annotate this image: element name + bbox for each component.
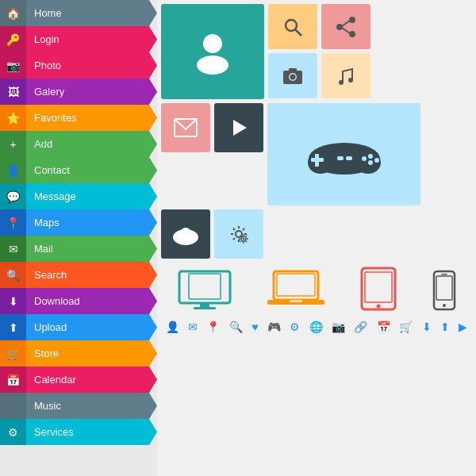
device-monitor bbox=[178, 270, 232, 311]
sidebar-icon-contact: 👤 bbox=[0, 157, 26, 183]
svg-rect-37 bbox=[194, 307, 216, 309]
sidebar-icon-services: ⚙ bbox=[0, 419, 26, 445]
svg-line-7 bbox=[342, 21, 350, 26]
bottom-icon-settings: ⚙ bbox=[290, 321, 300, 333]
tile-music[interactable] bbox=[321, 53, 370, 98]
bottom-icon-mail: ✉ bbox=[188, 321, 198, 333]
sidebar-icon-message: 💬 bbox=[0, 183, 26, 209]
tiles-grid bbox=[161, 4, 472, 259]
svg-point-44 bbox=[376, 305, 380, 309]
sidebar-item-galery[interactable]: 🖼Galery bbox=[0, 79, 157, 105]
sidebar-item-calendar[interactable]: 📅Calendar bbox=[0, 367, 157, 393]
svg-point-2 bbox=[286, 20, 297, 31]
tile-play[interactable] bbox=[214, 103, 263, 152]
sidebar-icon-music: 🎵 bbox=[0, 393, 26, 419]
svg-line-3 bbox=[295, 29, 301, 36]
bottom-icon-globe: 🌐 bbox=[309, 321, 323, 333]
sidebar-item-upload[interactable]: ⬆Upload bbox=[0, 314, 157, 340]
svg-point-6 bbox=[337, 25, 342, 29]
svg-rect-12 bbox=[289, 68, 297, 71]
tile-search[interactable] bbox=[268, 4, 317, 49]
sidebar-icon-download: ⬇ bbox=[0, 288, 26, 314]
tiles-row-1 bbox=[161, 4, 472, 99]
sidebar-icon-login: 🔑 bbox=[0, 26, 26, 52]
sidebar-item-mail[interactable]: ✉Mail bbox=[0, 236, 157, 262]
sidebar-label-mail: Mail bbox=[26, 236, 157, 262]
sidebar-label-favorites: Favorites bbox=[26, 105, 157, 131]
sidebar-label-music: Music bbox=[26, 393, 157, 419]
svg-rect-46 bbox=[436, 276, 452, 300]
tile-gamepad[interactable] bbox=[267, 103, 420, 205]
sidebar-label-photo: Photo bbox=[26, 52, 157, 79]
sidebar-icon-favorites: ⭐ bbox=[0, 105, 26, 131]
svg-rect-36 bbox=[200, 303, 209, 307]
sidebar-item-maps[interactable]: 📍Maps bbox=[0, 209, 157, 236]
sidebar-label-maps: Maps bbox=[26, 209, 157, 236]
bottom-icon-share: 🔗 bbox=[354, 321, 367, 333]
tiles-row-3 bbox=[161, 209, 472, 259]
svg-rect-39 bbox=[277, 274, 315, 296]
sidebar-item-photo[interactable]: 📷Photo bbox=[0, 52, 157, 79]
svg-rect-21 bbox=[315, 154, 319, 167]
bottom-icon-search: 🔍 bbox=[229, 321, 243, 333]
svg-point-4 bbox=[350, 17, 355, 22]
tile-share[interactable] bbox=[321, 4, 370, 49]
sidebar-label-message: Message bbox=[26, 183, 157, 209]
svg-point-47 bbox=[443, 304, 446, 307]
devices-row bbox=[161, 263, 472, 315]
sidebar-item-add[interactable]: +Add bbox=[0, 131, 157, 157]
bottom-icon-camera: 📷 bbox=[332, 321, 345, 333]
sidebar-icon-home: 🏠 bbox=[0, 0, 26, 26]
sidebar-item-music[interactable]: 🎵Music bbox=[0, 393, 157, 419]
bottom-icons-row: 👤 ✉ 📍 🔍 ♥ 🎮 ⚙ 🌐 📷 🔗 📅 🛒 ⬇ ⬆ ▶ bbox=[161, 319, 472, 335]
tile-camera[interactable] bbox=[268, 53, 317, 98]
sidebar-icon-store: 🛒 bbox=[0, 340, 26, 367]
tiles-row-2 bbox=[161, 103, 472, 205]
svg-point-13 bbox=[339, 80, 344, 85]
sidebar-label-store: Store bbox=[26, 340, 157, 367]
svg-point-23 bbox=[368, 160, 373, 165]
sidebar: 🏠Home🔑Login📷Photo🖼Galery⭐Favorites+Add👤C… bbox=[0, 0, 157, 476]
device-laptop bbox=[267, 270, 324, 311]
sidebar-icon-add: + bbox=[0, 131, 26, 157]
sidebar-icon-mail: ✉ bbox=[0, 236, 26, 262]
sidebar-item-contact[interactable]: 👤Contact bbox=[0, 157, 157, 183]
tile-mail[interactable] bbox=[161, 103, 210, 152]
svg-point-5 bbox=[350, 32, 355, 36]
sidebar-item-home[interactable]: 🏠Home bbox=[0, 0, 157, 26]
svg-point-14 bbox=[348, 78, 353, 83]
svg-point-24 bbox=[368, 154, 373, 159]
svg-rect-41 bbox=[290, 300, 302, 302]
sidebar-item-favorites[interactable]: ⭐Favorites bbox=[0, 105, 157, 131]
sidebar-item-services[interactable]: ⚙Services bbox=[0, 419, 157, 445]
sidebar-item-store[interactable]: 🛒Store bbox=[0, 340, 157, 367]
svg-line-8 bbox=[342, 28, 350, 33]
bottom-icon-upload: ⬆ bbox=[440, 321, 450, 333]
device-tablet bbox=[360, 267, 397, 311]
bottom-icon-map: 📍 bbox=[206, 321, 220, 333]
svg-rect-26 bbox=[337, 156, 344, 160]
svg-point-22 bbox=[362, 156, 367, 161]
main-content: 👤 ✉ 📍 🔍 ♥ 🎮 ⚙ 🌐 📷 🔗 📅 🛒 ⬇ ⬆ ▶ bbox=[157, 0, 476, 476]
svg-point-18 bbox=[308, 152, 333, 174]
sidebar-label-contact: Contact bbox=[26, 157, 157, 183]
sidebar-item-search[interactable]: 🔍Search bbox=[0, 262, 157, 288]
svg-rect-42 bbox=[362, 268, 395, 309]
device-phone bbox=[432, 270, 456, 311]
svg-rect-48 bbox=[441, 274, 447, 275]
tile-settings[interactable] bbox=[214, 209, 263, 259]
sidebar-icon-search: 🔍 bbox=[0, 262, 26, 288]
svg-marker-16 bbox=[233, 120, 247, 136]
sidebar-item-login[interactable]: 🔑Login bbox=[0, 26, 157, 52]
sidebar-item-download[interactable]: ⬇Download bbox=[0, 288, 157, 314]
sidebar-label-upload: Upload bbox=[26, 314, 157, 340]
svg-point-11 bbox=[290, 74, 296, 79]
bottom-icon-user: 👤 bbox=[166, 321, 179, 333]
svg-rect-27 bbox=[346, 156, 352, 160]
sidebar-label-services: Services bbox=[26, 419, 157, 445]
svg-rect-35 bbox=[189, 274, 221, 299]
tile-user[interactable] bbox=[161, 4, 264, 99]
sidebar-item-message[interactable]: 💬Message bbox=[0, 183, 157, 209]
tile-cloud[interactable] bbox=[161, 209, 210, 259]
bottom-icon-cart: 🛒 bbox=[399, 321, 413, 333]
